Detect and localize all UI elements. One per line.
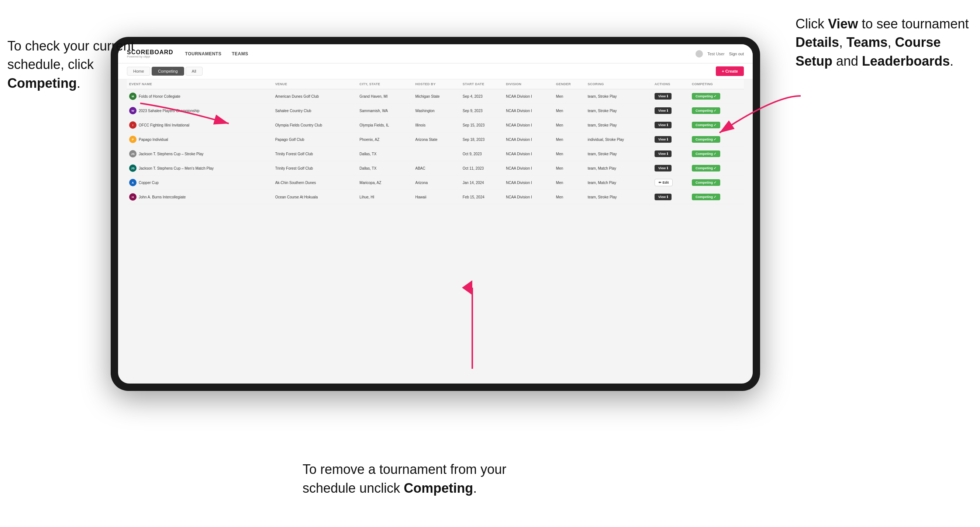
cell-actions-3: View ℹ (652, 132, 690, 147)
cell-gender-4: Men (554, 147, 585, 161)
cell-city-5: Dallas, TX (357, 161, 413, 176)
cell-gender-6: Men (554, 176, 585, 190)
cell-competing-0: Competing ✓ (690, 89, 744, 104)
event-name: John A. Burns Intercollegiate (139, 195, 186, 199)
cell-competing-1: Competing ✓ (690, 104, 744, 118)
cell-hosted-3: Arizona State (413, 132, 460, 147)
view-button[interactable]: View ℹ (655, 122, 671, 129)
cell-hosted-6: Arizona (413, 176, 460, 190)
cell-division-1: NCAA Division I (504, 104, 554, 118)
cell-venue-4: Trinity Forest Golf Club (273, 147, 358, 161)
cell-city-3: Phoenix, AZ (357, 132, 413, 147)
cell-actions-6: ✏ Edit (652, 176, 690, 190)
cell-gender-3: Men (554, 132, 585, 147)
create-button[interactable]: + Create (716, 67, 744, 76)
cell-actions-1: View ℹ (652, 104, 690, 118)
cell-actions-4: View ℹ (652, 147, 690, 161)
cell-scoring-2: team, Stroke Play (585, 118, 652, 132)
competing-button[interactable]: Competing ✓ (692, 107, 721, 114)
competing-button[interactable]: Competing ✓ (692, 165, 721, 171)
cell-gender-0: Men (554, 89, 585, 104)
cell-competing-3: Competing ✓ (690, 132, 744, 147)
competing-button[interactable]: Competing ✓ (692, 194, 721, 200)
nav-teams[interactable]: TEAMS (232, 50, 248, 58)
cell-hosted-0: Michigan State (413, 89, 460, 104)
team-logo: P (129, 136, 137, 143)
nav-links: TOURNAMENTS TEAMS (185, 50, 696, 58)
cell-actions-7: View ℹ (652, 190, 690, 204)
table-row: P Papago Individual Papago Golf ClubPhoe… (127, 132, 744, 147)
signout-link[interactable]: Sign out (729, 52, 744, 56)
competing-button[interactable]: Competing ✓ (692, 151, 721, 157)
cell-event-1: W 2023 Sahalee Players Championship (127, 104, 273, 118)
edit-button[interactable]: ✏ Edit (655, 179, 673, 186)
team-logo: M (129, 92, 137, 100)
cell-actions-0: View ℹ (652, 89, 690, 104)
cell-city-1: Sammamish, WA (357, 104, 413, 118)
cell-competing-5: Competing ✓ (690, 161, 744, 176)
annotation-right: Click View to see tournament Details, Te… (795, 15, 973, 70)
event-name: Jackson T. Stephens Cup – Stroke Play (139, 152, 203, 156)
col-actions: ACTIONS (652, 79, 690, 89)
competing-button[interactable]: Competing ✓ (692, 179, 721, 186)
event-name: OFCC Fighting Illini Invitational (139, 123, 189, 127)
cell-gender-2: Men (554, 118, 585, 132)
view-button[interactable]: View ℹ (655, 93, 671, 100)
cell-hosted-1: Washington (413, 104, 460, 118)
cell-scoring-3: individual, Stroke Play (585, 132, 652, 147)
annotation-bottom-text: To remove a tournament from your schedul… (302, 462, 506, 495)
cell-event-5: JS Jackson T. Stephens Cup – Men's Match… (127, 161, 273, 176)
event-name: Jackson T. Stephens Cup – Men's Match Pl… (139, 166, 214, 170)
nav-tournaments[interactable]: TOURNAMENTS (185, 50, 222, 58)
view-button[interactable]: View ℹ (655, 107, 671, 114)
cell-venue-6: Ak-Chin Southern Dunes (273, 176, 358, 190)
cell-division-2: NCAA Division I (504, 118, 554, 132)
col-start-date: START DATE (460, 79, 504, 89)
cell-gender-1: Men (554, 104, 585, 118)
annotation-left: To check your current schedule, click Co… (7, 37, 148, 92)
nav-right: Test User Sign out (695, 50, 744, 57)
annotation-bottom: To remove a tournament from your schedul… (302, 460, 561, 497)
view-button[interactable]: View ℹ (655, 151, 671, 157)
team-logo: JS (129, 150, 137, 157)
competing-button[interactable]: Competing ✓ (692, 122, 721, 129)
view-button[interactable]: View ℹ (655, 194, 671, 200)
cell-event-4: JS Jackson T. Stephens Cup – Stroke Play (127, 147, 273, 161)
col-city-state: CITY, STATE (357, 79, 413, 89)
team-logo: W (129, 107, 137, 114)
table-row: W 2023 Sahalee Players Championship Saha… (127, 104, 744, 118)
view-button[interactable]: View ℹ (655, 136, 671, 143)
cell-competing-7: Competing ✓ (690, 190, 744, 204)
table-header-row: EVENT NAME VENUE CITY, STATE HOSTED BY S… (127, 79, 744, 89)
table-row: A Copper Cup Ak-Chin Southern DunesMaric… (127, 176, 744, 190)
col-venue: VENUE (273, 79, 358, 89)
cell-city-0: Grand Haven, MI (357, 89, 413, 104)
tab-competing[interactable]: Competing (152, 67, 184, 76)
cell-start-2: Sep 15, 2023 (460, 118, 504, 132)
competing-button[interactable]: Competing ✓ (692, 136, 721, 143)
table-row: I OFCC Fighting Illini Invitational Olym… (127, 118, 744, 132)
cell-scoring-4: team, Stroke Play (585, 147, 652, 161)
annotation-right-text: Click View to see tournament Details, Te… (795, 16, 969, 68)
tab-all[interactable]: All (186, 67, 202, 76)
cell-venue-3: Papago Golf Club (273, 132, 358, 147)
cell-start-1: Sep 9, 2023 (460, 104, 504, 118)
cell-scoring-5: team, Match Play (585, 161, 652, 176)
annotation-left-text: To check your current schedule, click Co… (7, 38, 134, 91)
cell-scoring-0: team, Stroke Play (585, 89, 652, 104)
cell-city-4: Dallas, TX (357, 147, 413, 161)
cell-city-7: Lihue, HI (357, 190, 413, 204)
view-button[interactable]: View ℹ (655, 165, 671, 171)
app-nav: SCOREBOARD Powered by clippi TOURNAMENTS… (118, 44, 753, 63)
table-row: JS Jackson T. Stephens Cup – Men's Match… (127, 161, 744, 176)
cell-venue-2: Olympia Fields Country Club (273, 118, 358, 132)
col-scoring: SCORING (585, 79, 652, 89)
cell-event-0: M Folds of Honor Collegiate (127, 89, 273, 104)
col-gender: GENDER (554, 79, 585, 89)
competing-button[interactable]: Competing ✓ (692, 93, 721, 100)
cell-venue-0: American Dunes Golf Club (273, 89, 358, 104)
cell-start-0: Sep 4, 2023 (460, 89, 504, 104)
tournaments-table: EVENT NAME VENUE CITY, STATE HOSTED BY S… (127, 79, 744, 204)
cell-scoring-1: team, Stroke Play (585, 104, 652, 118)
user-name: Test User (707, 52, 724, 56)
